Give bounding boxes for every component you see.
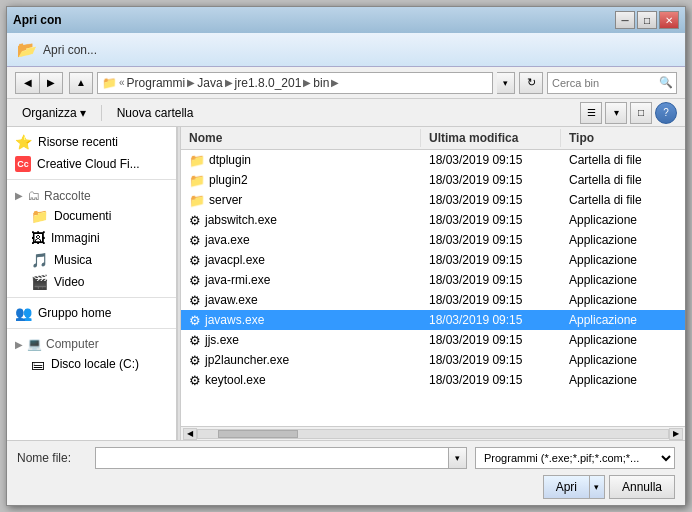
maximize-button[interactable]: □ xyxy=(637,11,657,29)
sidebar-item-recent[interactable]: ⭐ Risorse recenti xyxy=(7,131,176,153)
sidebar-separator-3 xyxy=(7,328,176,329)
h-scroll-right-button[interactable]: ▶ xyxy=(669,428,683,440)
creative-cloud-icon: Cc xyxy=(15,156,31,172)
file-cell-name: ⚙ javaw.exe xyxy=(181,292,421,309)
table-row[interactable]: ⚙ jp2launcher.exe 18/03/2019 09:15 Appli… xyxy=(181,350,685,370)
file-name: java.exe xyxy=(205,233,250,247)
table-row[interactable]: ⚙ keytool.exe 18/03/2019 09:15 Applicazi… xyxy=(181,370,685,390)
new-folder-button[interactable]: Nuova cartella xyxy=(110,102,201,124)
folder-icon: 📁 xyxy=(189,193,205,208)
table-row[interactable]: ⚙ jabswitch.exe 18/03/2019 09:15 Applica… xyxy=(181,210,685,230)
sidebar-separator-1 xyxy=(7,179,176,180)
address-dropdown-button[interactable]: ▾ xyxy=(497,72,515,94)
file-name: plugin2 xyxy=(209,173,248,187)
sidebar-item-creative-cloud[interactable]: Cc Creative Cloud Fi... xyxy=(7,153,176,175)
raccolte-expand-icon: ▶ xyxy=(15,190,23,201)
title-bar: Apri con ─ □ ✕ xyxy=(7,7,685,33)
sidebar-item-immagini[interactable]: 🖼 Immagini xyxy=(7,227,176,249)
forward-button[interactable]: ▶ xyxy=(39,72,63,94)
close-button[interactable]: ✕ xyxy=(659,11,679,29)
raccolte-icon: 🗂 xyxy=(27,188,40,203)
sidebar-item-disco-locale[interactable]: 🖴 Disco locale (C:) xyxy=(7,353,176,375)
file-cell-date: 18/03/2019 09:15 xyxy=(421,192,561,208)
sidebar-section-raccolte: ▶ 🗂 Raccolte xyxy=(7,184,176,205)
back-button[interactable]: ◀ xyxy=(15,72,39,94)
col-header-name[interactable]: Nome xyxy=(181,129,421,147)
file-cell-date: 18/03/2019 09:15 xyxy=(421,252,561,268)
search-icon: 🔍 xyxy=(659,76,673,89)
folder-icon: 📁 xyxy=(189,173,205,188)
computer-label: Computer xyxy=(46,337,99,351)
path-segment-3: jre1.8.0_201 xyxy=(235,76,302,90)
file-name: jabswitch.exe xyxy=(205,213,277,227)
organize-button[interactable]: Organizza ▾ xyxy=(15,102,93,124)
table-row[interactable]: 📁 dtplugin 18/03/2019 09:15 Cartella di … xyxy=(181,150,685,170)
sidebar-documenti-label: Documenti xyxy=(54,209,111,223)
sidebar-item-musica[interactable]: 🎵 Musica xyxy=(7,249,176,271)
table-row[interactable]: 📁 plugin2 18/03/2019 09:15 Cartella di f… xyxy=(181,170,685,190)
file-cell-type: Applicazione xyxy=(561,252,685,268)
minimize-button[interactable]: ─ xyxy=(615,11,635,29)
open-button[interactable]: Apri xyxy=(543,475,589,499)
sidebar: ⭐ Risorse recenti Cc Creative Cloud Fi..… xyxy=(7,127,177,440)
path-arrow-3: ▶ xyxy=(225,77,233,88)
sidebar-video-label: Video xyxy=(54,275,84,289)
filename-input[interactable] xyxy=(95,447,449,469)
file-cell-type: Applicazione xyxy=(561,212,685,228)
column-headers: Nome Ultima modifica Tipo xyxy=(181,127,685,150)
title-bar-controls: ─ □ ✕ xyxy=(615,11,679,29)
horizontal-scrollbar[interactable]: ◀ ▶ xyxy=(181,426,685,440)
path-arrow-2: ▶ xyxy=(187,77,195,88)
file-name: javaw.exe xyxy=(205,293,258,307)
disco-locale-icon: 🖴 xyxy=(31,356,45,372)
file-name: jjs.exe xyxy=(205,333,239,347)
action-buttons: Apri ▾ Annulla xyxy=(17,475,675,499)
exe-icon: ⚙ xyxy=(189,313,201,328)
sidebar-item-video[interactable]: 🎬 Video xyxy=(7,271,176,293)
table-row[interactable]: ⚙ javaws.exe 18/03/2019 09:15 Applicazio… xyxy=(181,310,685,330)
address-path[interactable]: 📁 « Programmi ▶ Java ▶ jre1.8.0_201 ▶ bi… xyxy=(97,72,493,94)
view-details-button[interactable]: ☰ xyxy=(580,102,602,124)
preview-pane-button[interactable]: □ xyxy=(630,102,652,124)
col-header-date[interactable]: Ultima modifica xyxy=(421,129,561,147)
filename-dropdown-button[interactable]: ▾ xyxy=(449,447,467,469)
folder-icon: 📁 xyxy=(189,153,205,168)
immagini-icon: 🖼 xyxy=(31,230,45,246)
sidebar-separator-2 xyxy=(7,297,176,298)
path-arrow-1: « xyxy=(119,77,125,88)
file-cell-type: Applicazione xyxy=(561,372,685,388)
file-cell-type: Applicazione xyxy=(561,272,685,288)
filetype-select[interactable]: Programmi (*.exe;*.pif;*.com;*... xyxy=(475,447,675,469)
open-dropdown-button[interactable]: ▾ xyxy=(589,475,605,499)
exe-icon: ⚙ xyxy=(189,233,201,248)
sidebar-item-documenti[interactable]: 📁 Documenti xyxy=(7,205,176,227)
folder-icon: 📁 xyxy=(102,76,117,90)
file-name: java-rmi.exe xyxy=(205,273,270,287)
search-input[interactable] xyxy=(547,72,677,94)
file-cell-name: ⚙ javacpl.exe xyxy=(181,252,421,269)
refresh-button[interactable]: ↻ xyxy=(519,72,543,94)
cancel-button[interactable]: Annulla xyxy=(609,475,675,499)
file-cell-date: 18/03/2019 09:15 xyxy=(421,172,561,188)
file-cell-type: Applicazione xyxy=(561,292,685,308)
file-list-area: Nome Ultima modifica Tipo 📁 dtplugin 18/… xyxy=(181,127,685,440)
table-row[interactable]: ⚙ javacpl.exe 18/03/2019 09:15 Applicazi… xyxy=(181,250,685,270)
table-row[interactable]: ⚙ java.exe 18/03/2019 09:15 Applicazione xyxy=(181,230,685,250)
table-row[interactable]: ⚙ java-rmi.exe 18/03/2019 09:15 Applicaz… xyxy=(181,270,685,290)
table-row[interactable]: 📁 server 18/03/2019 09:15 Cartella di fi… xyxy=(181,190,685,210)
filename-label: Nome file: xyxy=(17,451,87,465)
help-button[interactable]: ? xyxy=(655,102,677,124)
up-button[interactable]: ▲ xyxy=(69,72,93,94)
col-header-type[interactable]: Tipo xyxy=(561,129,685,147)
view-dropdown-button[interactable]: ▾ xyxy=(605,102,627,124)
table-row[interactable]: ⚙ jjs.exe 18/03/2019 09:15 Applicazione xyxy=(181,330,685,350)
h-scroll-left-button[interactable]: ◀ xyxy=(183,428,197,440)
table-row[interactable]: ⚙ javaw.exe 18/03/2019 09:15 Applicazion… xyxy=(181,290,685,310)
file-cell-name: 📁 dtplugin xyxy=(181,152,421,169)
sidebar-item-gruppo-home[interactable]: 👥 Gruppo home xyxy=(7,302,176,324)
h-scroll-thumb[interactable] xyxy=(218,430,298,438)
file-cell-date: 18/03/2019 09:15 xyxy=(421,312,561,328)
nav-buttons: ◀ ▶ xyxy=(15,72,63,94)
sidebar-recent-label: Risorse recenti xyxy=(38,135,118,149)
file-cell-type: Applicazione xyxy=(561,232,685,248)
